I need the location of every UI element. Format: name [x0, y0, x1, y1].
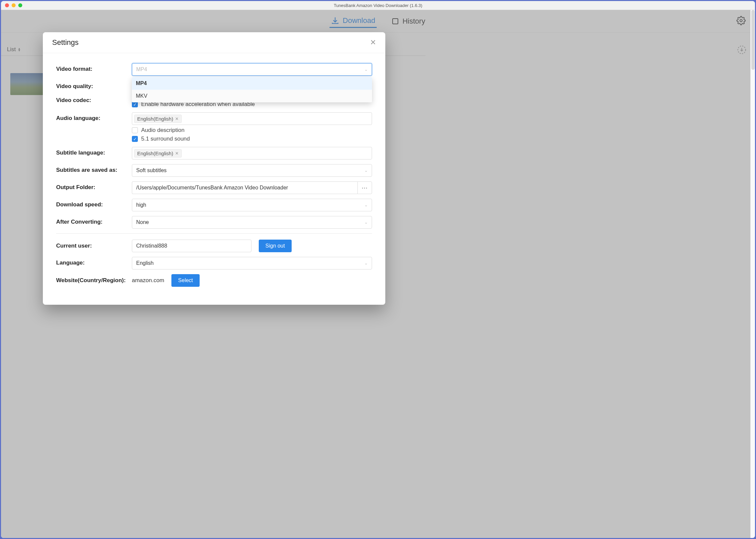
row-language: Language: English ⌄	[56, 257, 372, 270]
app-body: Download History List ▲▼	[1, 10, 431, 307]
label-download-speed: Download speed:	[56, 199, 132, 208]
checkbox-audio-description[interactable]	[132, 127, 138, 133]
tag-subtitle-english: English(English) ✕	[134, 149, 182, 158]
row-subtitle-language: Subtitle language: English(English) ✕	[56, 147, 372, 160]
select-video-format-value: MP4	[136, 66, 147, 72]
label-surround: 5.1 surround sound	[141, 136, 190, 142]
label-website: Website(Country/Region):	[56, 277, 132, 284]
row-after-converting: After Converting: None ⌄	[56, 216, 372, 229]
minimize-window-button[interactable]	[12, 3, 16, 7]
select-after-converting[interactable]: None ⌄	[132, 216, 372, 229]
close-window-button[interactable]	[5, 3, 9, 7]
select-subtitles-value: Soft subtitles	[136, 167, 167, 173]
dialog-title: Settings	[52, 38, 79, 47]
select-language[interactable]: English ⌄	[132, 257, 372, 270]
row-download-speed: Download speed: high ⌄	[56, 199, 372, 211]
tag-remove-icon[interactable]: ✕	[175, 151, 179, 156]
ellipsis-icon: ···	[362, 184, 368, 191]
titlebar: TunesBank Amazon Video Downloader (1.6.3…	[1, 1, 431, 10]
tagbox-audio-language[interactable]: English(English) ✕	[132, 112, 372, 125]
checkbox-row-audio-description: Audio description	[132, 127, 372, 134]
label-current-user: Current user:	[56, 243, 132, 249]
tag-subtitle-english-text: English(English)	[137, 151, 173, 156]
website-value: amazon.com	[132, 277, 164, 284]
label-video-codec: Video codec:	[56, 94, 132, 104]
tagbox-subtitle-language[interactable]: English(English) ✕	[132, 147, 372, 160]
language-value: English	[136, 260, 153, 266]
chevron-down-icon: ⌄	[364, 220, 368, 225]
select-download-speed[interactable]: high ⌄	[132, 199, 372, 211]
current-user-value: Christinal888	[136, 243, 167, 249]
dialog-body: Video format: MP4 ⌄ MP4 MKV Vide	[43, 53, 385, 287]
label-video-quality: Video quality:	[56, 80, 132, 90]
label-audio-language: Audio language:	[56, 112, 132, 122]
window-controls	[1, 3, 22, 7]
option-mkv[interactable]: MKV	[132, 90, 372, 102]
tag-audio-english: English(English) ✕	[134, 115, 182, 123]
input-current-user[interactable]: Christinal888	[132, 240, 251, 252]
option-mp4[interactable]: MP4	[132, 77, 372, 90]
row-website: Website(Country/Region): amazon.com Sele…	[56, 274, 372, 287]
dropdown-video-format: MP4 MKV	[132, 77, 372, 102]
row-current-user: Current user: Christinal888 Sign out	[56, 240, 372, 252]
select-website-button[interactable]: Select	[171, 274, 199, 287]
maximize-window-button[interactable]	[18, 3, 22, 7]
input-output-folder[interactable]: /Users/apple/Documents/TunesBank Amazon …	[132, 181, 357, 194]
row-audio-language: Audio language: English(English) ✕ Audio…	[56, 112, 372, 142]
tag-audio-english-text: English(English)	[137, 116, 173, 122]
checkbox-surround[interactable]: ✓	[132, 136, 138, 142]
select-subtitles-saved[interactable]: Soft subtitles ⌄	[132, 164, 372, 177]
output-folder-value: /Users/apple/Documents/TunesBank Amazon …	[136, 185, 288, 191]
chevron-down-icon: ⌄	[364, 203, 368, 207]
label-subtitles-saved: Subtitles are saved as:	[56, 164, 132, 173]
chevron-down-icon: ⌄	[364, 168, 368, 173]
window-title: TunesBank Amazon Video Downloader (1.6.3…	[1, 3, 431, 8]
label-output-folder: Output Folder:	[56, 181, 132, 191]
label-audio-description: Audio description	[141, 127, 184, 134]
close-icon[interactable]: ✕	[370, 38, 376, 47]
app-window: TunesBank Amazon Video Downloader (1.6.3…	[1, 1, 431, 307]
settings-dialog: Settings ✕ Video format: MP4 ⌄ MP4 MKV	[43, 32, 385, 305]
label-subtitle-language: Subtitle language:	[56, 147, 132, 156]
tag-remove-icon[interactable]: ✕	[175, 116, 179, 121]
checkbox-row-surround: ✓ 5.1 surround sound	[132, 136, 372, 142]
row-subtitles-saved-as: Subtitles are saved as: Soft subtitles ⌄	[56, 164, 372, 177]
sign-out-button[interactable]: Sign out	[259, 240, 292, 252]
divider	[56, 233, 372, 234]
browse-folder-button[interactable]: ···	[357, 181, 372, 194]
after-converting-value: None	[136, 219, 149, 225]
chevron-down-icon: ⌄	[364, 67, 368, 72]
row-output-folder: Output Folder: /Users/apple/Documents/Tu…	[56, 181, 372, 194]
dialog-header: Settings ✕	[43, 32, 385, 53]
select-video-format[interactable]: MP4 ⌄	[132, 63, 372, 76]
label-language: Language:	[56, 257, 132, 266]
chevron-down-icon: ⌄	[364, 261, 368, 266]
label-after-converting: After Converting:	[56, 216, 132, 225]
download-speed-value: high	[136, 202, 146, 208]
label-video-format: Video format:	[56, 63, 132, 72]
row-video-format: Video format: MP4 ⌄ MP4 MKV	[56, 63, 372, 76]
